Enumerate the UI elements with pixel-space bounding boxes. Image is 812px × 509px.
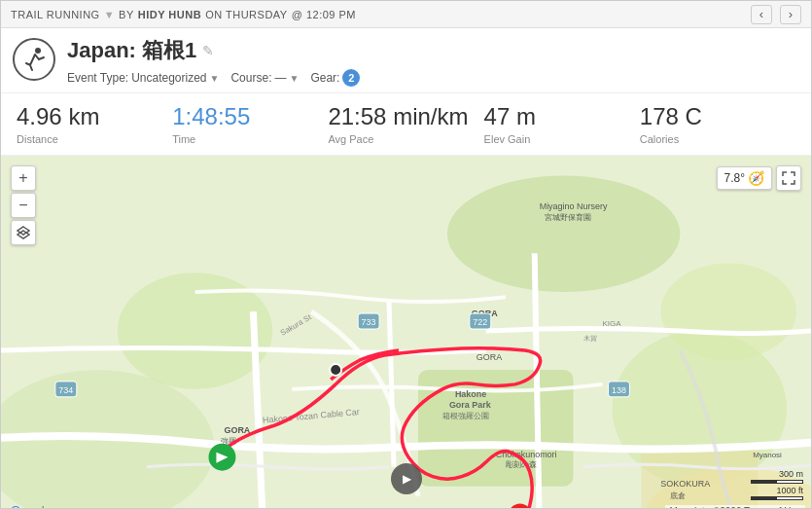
course-value[interactable]: — (274, 71, 286, 85)
event-type-arrow: ▼ (210, 73, 220, 84)
calories-label: Calories (640, 133, 795, 145)
prev-button[interactable]: ‹ (751, 5, 772, 24)
svg-text:宮城野保育園: 宮城野保育園 (545, 213, 591, 222)
compass-icon: 🧭 (748, 170, 764, 186)
meta-row: Event Type: Uncategorized ▼ Course: — ▼ … (67, 69, 799, 87)
elev-label: Elev Gain (484, 133, 640, 145)
svg-text:箱根強羅公園: 箱根強羅公園 (442, 412, 489, 420)
svg-point-2 (447, 175, 680, 292)
username[interactable]: HIDY HUNB (138, 9, 201, 20)
stat-calories: 178 C Calories (640, 103, 795, 145)
stat-distance: 4.96 km Distance (17, 103, 172, 145)
svg-text:733: 733 (362, 317, 376, 327)
svg-text:KIGA: KIGA (603, 319, 622, 328)
header-content: Japan: 箱根1 ✎ Event Type: Uncategorized ▼… (67, 36, 799, 87)
map-container[interactable]: Hakone Tozan Cable Car KIGA 木賀 GORA 強羅 G… (1, 156, 811, 509)
stat-elev: 47 m Elev Gain (484, 103, 640, 145)
play-button[interactable]: ▶ (391, 463, 422, 494)
time-value: 1:48:55 (172, 103, 328, 131)
edit-icon[interactable]: ✎ (202, 43, 214, 58)
calories-value: 178 C (640, 103, 795, 131)
compass-angle: 7.8° (724, 171, 745, 185)
play-icon: ▶ (403, 472, 411, 486)
map-controls-left: + − (11, 165, 36, 245)
scale-1000ft: 1000 ft (776, 486, 803, 495)
activity-type-label[interactable]: TRAIL RUNNING (11, 9, 100, 20)
stats-bar: 4.96 km Distance 1:48:55 Time 21:58 min/… (1, 93, 811, 156)
course-label: Course: (230, 71, 271, 85)
time-label: @ 12:09 PM (292, 9, 356, 20)
map-svg: Hakone Tozan Cable Car KIGA 木賀 GORA 強羅 G… (1, 156, 811, 509)
scale-bar: 300 m 1000 ft (751, 469, 803, 500)
title-row: Japan: 箱根1 ✎ (67, 36, 799, 65)
expand-icon (782, 171, 795, 185)
activity-header: Japan: 箱根1 ✎ Event Type: Uncategorized ▼… (1, 28, 811, 93)
stat-time: 1:48:55 Time (172, 103, 328, 145)
gear-label: Gear: (310, 71, 339, 85)
svg-text:GORA: GORA (224, 425, 250, 435)
activity-title: Japan: 箱根1 (67, 36, 196, 65)
svg-text:734: 734 (58, 385, 73, 395)
scale-300m: 300 m (779, 469, 803, 479)
separator: ▼ (104, 9, 115, 20)
svg-text:GORA: GORA (477, 352, 502, 362)
svg-point-0 (35, 48, 41, 54)
course-arrow: ▼ (289, 73, 299, 84)
google-logo: Google (11, 503, 52, 509)
compass-button[interactable]: 7.8° 🧭 (717, 166, 772, 190)
gear-badge[interactable]: 2 (342, 69, 360, 87)
svg-point-7 (660, 263, 796, 360)
svg-text:722: 722 (473, 317, 487, 327)
top-bar-left: TRAIL RUNNING ▼ BY HIDY HUNB ON THURSDAY… (11, 9, 356, 20)
elev-value: 47 m (484, 103, 640, 131)
stat-pace: 21:58 min/km Avg Pace (328, 103, 483, 145)
distance-value: 4.96 km (17, 103, 172, 131)
google-g: G (11, 503, 20, 509)
svg-text:Gora Park: Gora Park (449, 400, 491, 410)
pace-value: 21:58 min/km (328, 103, 483, 131)
svg-text:Hakone: Hakone (455, 389, 486, 399)
event-type-item: Event Type: Uncategorized ▼ (67, 71, 219, 85)
svg-text:SOKOKURA: SOKOKURA (660, 478, 710, 488)
map-attribution: Map data ©2020 Terms of Use (665, 505, 805, 509)
svg-text:Myanosi: Myanosi (753, 451, 782, 459)
course-item: Course: — ▼ (230, 71, 299, 85)
by-label: BY (119, 9, 134, 20)
svg-text:Miyagino Nursery: Miyagino Nursery (540, 201, 608, 211)
zoom-out-button[interactable]: − (11, 193, 36, 218)
event-type-value[interactable]: Uncategorized (131, 71, 206, 85)
svg-text:底倉: 底倉 (670, 491, 686, 499)
layers-icon (17, 226, 30, 239)
activity-icon (13, 38, 55, 81)
top-bar-nav: ‹ › (751, 5, 801, 24)
svg-text:彫刻の森: 彫刻の森 (506, 459, 537, 468)
running-icon (20, 46, 48, 73)
zoom-in-button[interactable]: + (11, 165, 36, 191)
next-button[interactable]: › (780, 5, 801, 24)
google-e: e (45, 503, 52, 509)
gear-item: Gear: 2 (310, 69, 360, 87)
pace-label: Avg Pace (328, 133, 483, 145)
google-o2: o (27, 503, 34, 509)
distance-label: Distance (17, 133, 172, 145)
time-label: Time (172, 133, 328, 145)
svg-text:138: 138 (612, 385, 626, 395)
expand-button[interactable] (776, 165, 801, 191)
event-type-label: Event Type: (67, 71, 128, 85)
layers-button[interactable] (11, 220, 36, 245)
play-overlay[interactable]: ▶ (391, 463, 422, 494)
svg-text:木賀: 木賀 (583, 335, 597, 343)
day-label: ON THURSDAY (205, 9, 288, 20)
top-bar: TRAIL RUNNING ▼ BY HIDY HUNB ON THURSDAY… (1, 1, 811, 28)
map-controls-right: 7.8° 🧭 (717, 165, 801, 191)
svg-point-33 (330, 364, 341, 376)
google-g2: g (35, 503, 42, 509)
